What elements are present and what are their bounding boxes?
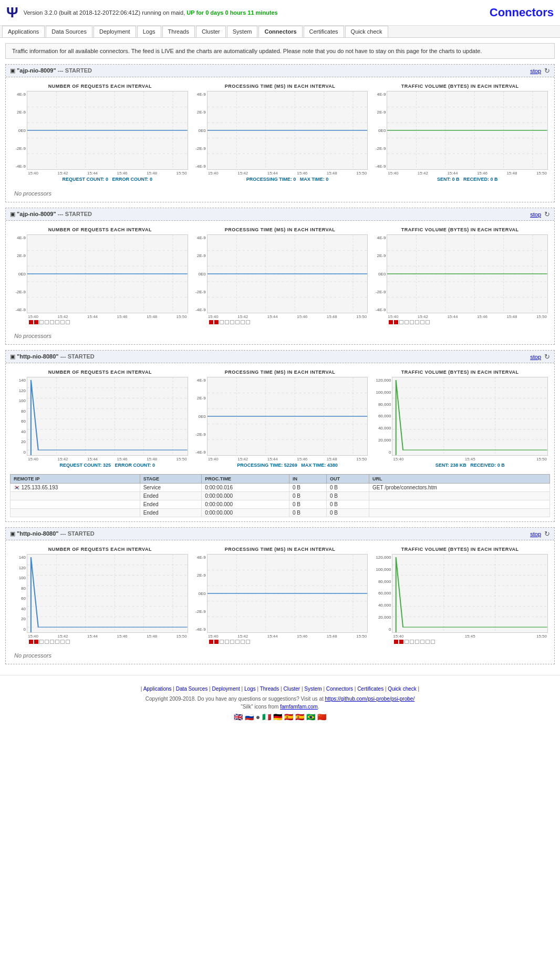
footer-link-certificates[interactable]: Certificates [357,686,383,692]
page-dot[interactable] [241,320,245,324]
page-dot[interactable] [389,320,393,324]
tab-system[interactable]: System [227,26,258,37]
page-dot[interactable] [394,640,398,644]
connector-title-2: ▣ "ajp-nio-8009" --- STARTED [10,211,92,218]
pagination-2-1 [27,320,188,324]
page-dot[interactable] [214,640,219,644]
charts-row-1: NUMBER OF REQUESTS EACH INTERVAL 4E-92E-… [6,77,554,188]
stop-button-1[interactable]: stop [530,68,541,74]
connector-header-4: ▣ "http-nio-8080" --- STARTED stop ↻ [6,528,554,540]
page-dot[interactable] [55,640,59,644]
page-dot[interactable] [431,640,435,644]
page-dot[interactable] [214,320,219,324]
footer-github-link[interactable]: https://github.com/psi-probe/psi-probe/ [325,696,415,702]
stop-button-2[interactable]: stop [530,211,541,218]
page-dot[interactable] [50,640,54,644]
page-dot[interactable] [235,320,240,324]
page-dot[interactable] [415,640,419,644]
footer-link-system[interactable]: System [304,686,322,692]
version-text: Version 3.2.0 (built at 2018-12-20T22:06… [24,9,278,16]
page-dot[interactable] [45,640,49,644]
connector-section-1: ▣ "ajp-nio-8009" --- STARTED stop ↻ NUMB… [5,64,555,202]
page-dot[interactable] [415,320,419,324]
page-dot[interactable] [66,640,70,644]
refresh-icon-3[interactable]: ↻ [544,353,550,361]
tab-applications[interactable]: Applications [2,26,45,37]
refresh-icon-2[interactable]: ↻ [544,210,550,218]
page-dot[interactable] [220,320,224,324]
page-dot[interactable] [405,320,409,324]
page-dot[interactable] [39,320,44,324]
table-row: Ended 0:00:00.000 0 B 0 B [11,492,550,500]
page-dot[interactable] [29,320,33,324]
footer-link-cluster[interactable]: Cluster [284,686,300,692]
page-dot[interactable] [39,640,44,644]
tab-logs[interactable]: Logs [137,26,161,37]
tab-connectors[interactable]: Connectors [258,26,302,37]
page-dot[interactable] [209,640,213,644]
refresh-icon-4[interactable]: ↻ [544,530,550,538]
footer-link-quick-check[interactable]: Quick check [388,686,416,692]
page-dot[interactable] [55,320,59,324]
footer-link-logs[interactable]: Logs [244,686,256,692]
page-dot[interactable] [246,640,250,644]
page-dot[interactable] [426,320,430,324]
tab-threads[interactable]: Threads [162,26,195,37]
page-dot[interactable] [246,320,250,324]
page-dot[interactable] [45,320,49,324]
chart-processing-1: PROCESSING TIME (MS) IN EACH INTERVAL 4E… [190,81,370,184]
flag-es: 🇪🇸 [284,713,293,721]
refresh-icon-1[interactable]: ↻ [544,67,550,75]
tab-deployment[interactable]: Deployment [94,26,136,37]
chart-requests-3: NUMBER OF REQUESTS EACH INTERVAL 1401201… [10,367,190,470]
page-dot[interactable] [399,640,403,644]
footer-silk: "Silk" icons from famfamfam.com. [11,704,549,710]
page-dot[interactable] [399,320,403,324]
stop-button-3[interactable]: stop [530,354,541,360]
footer-link-applications[interactable]: Applications [143,686,172,692]
page-dot[interactable] [241,640,245,644]
tab-cluster[interactable]: Cluster [196,26,226,37]
page-dot[interactable] [225,640,229,644]
footer-link-connectors[interactable]: Connectors [326,686,353,692]
flag-de: 🇩🇪 [273,713,282,721]
page-dot[interactable] [230,320,234,324]
tab-quick-check[interactable]: Quick check [345,26,388,37]
page-dot[interactable] [410,640,414,644]
footer-copyright: Copyright 2009-2018. Do you have any que… [11,696,549,702]
footer-flags: 🇬🇧 🇷🇺 ● 🇮🇹 🇩🇪 🇪🇸 🇪🇸 🇧🇷 🇨🇳 [11,713,549,721]
connector-title-4: ▣ "http-nio-8080" --- STARTED [10,530,95,537]
tab-certificates[interactable]: Certificates [304,26,344,37]
page-dot[interactable] [209,320,213,324]
page-dot[interactable] [394,320,398,324]
tab-data-sources[interactable]: Data Sources [46,26,92,37]
page-dot[interactable] [50,320,54,324]
page-dot[interactable] [60,640,65,644]
footer-silk-link[interactable]: famfamfam.com [280,704,318,710]
chart-processing-4: PROCESSING TIME (MS) IN EACH INTERVAL 4E… [190,545,370,646]
page-dot[interactable] [29,640,33,644]
page-dot[interactable] [225,320,229,324]
page-dot[interactable] [60,320,65,324]
page-dot[interactable] [420,640,424,644]
chart-processing-2: PROCESSING TIME (MS) IN EACH INTERVAL 4E… [190,225,370,326]
page-dot[interactable] [230,640,234,644]
page-dot[interactable] [34,640,38,644]
page-dot[interactable] [420,320,424,324]
footer-link-deployment[interactable]: Deployment [212,686,240,692]
uptime-text: UP for 0 days 0 hours 11 minutes [186,9,277,16]
processors-table-container-3: REMOTE IP STAGE PROC.TIME IN OUT URL 🇰🇷 … [6,474,554,521]
page-dot[interactable] [410,320,414,324]
page-dot[interactable] [66,320,70,324]
page-dot[interactable] [405,640,409,644]
info-box: Traffic information for all available co… [5,43,555,59]
table-row: Ended 0:00:00.000 0 B 0 B [11,500,550,509]
page-dot[interactable] [220,640,224,644]
page-dot[interactable] [426,640,430,644]
page-dot[interactable] [235,640,240,644]
footer-link-data-sources[interactable]: Data Sources [176,686,208,692]
stop-button-4[interactable]: stop [530,531,541,537]
page-dot[interactable] [34,320,38,324]
connector-section-2: ▣ "ajp-nio-8009" --- STARTED stop ↻ NUMB… [5,208,555,345]
footer-link-threads[interactable]: Threads [260,686,279,692]
